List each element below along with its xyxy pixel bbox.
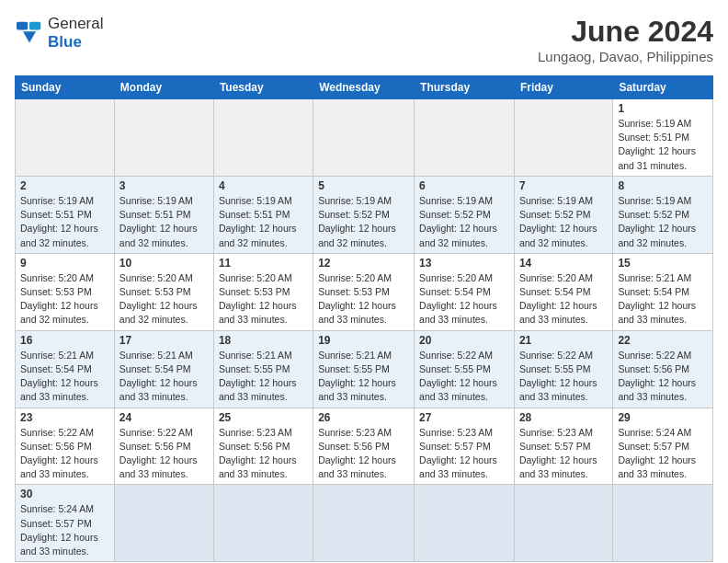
day-info: Sunrise: 5:22 AM Sunset: 5:56 PM Dayligh…	[618, 349, 708, 405]
calendar-day-cell	[613, 485, 713, 562]
calendar-day-cell: 24Sunrise: 5:22 AM Sunset: 5:56 PM Dayli…	[114, 408, 213, 485]
day-info: Sunrise: 5:21 AM Sunset: 5:54 PM Dayligh…	[20, 349, 109, 405]
day-number: 24	[119, 411, 209, 424]
calendar-subtitle: Lungaog, Davao, Philippines	[538, 49, 713, 64]
calendar-day-cell	[514, 485, 612, 562]
calendar-day-cell: 10Sunrise: 5:20 AM Sunset: 5:53 PM Dayli…	[114, 253, 213, 330]
day-info: Sunrise: 5:24 AM Sunset: 5:57 PM Dayligh…	[20, 502, 109, 558]
day-number: 20	[419, 334, 509, 347]
calendar-week-row: 1Sunrise: 5:19 AM Sunset: 5:51 PM Daylig…	[16, 99, 713, 177]
calendar-day-cell: 26Sunrise: 5:23 AM Sunset: 5:56 PM Dayli…	[313, 408, 415, 485]
header-row: SundayMondayTuesdayWednesdayThursdayFrid…	[16, 76, 713, 99]
calendar-day-cell	[114, 99, 213, 177]
day-info: Sunrise: 5:19 AM Sunset: 5:52 PM Dayligh…	[318, 194, 409, 250]
calendar-day-cell	[514, 99, 612, 177]
day-info: Sunrise: 5:22 AM Sunset: 5:55 PM Dayligh…	[519, 349, 608, 405]
weekday-header: Wednesday	[313, 76, 415, 99]
day-info: Sunrise: 5:22 AM Sunset: 5:56 PM Dayligh…	[119, 426, 209, 482]
calendar-day-cell: 23Sunrise: 5:22 AM Sunset: 5:56 PM Dayli…	[16, 408, 115, 485]
page-header: General Blue June 2024 Lungaog, Davao, P…	[15, 15, 713, 64]
day-info: Sunrise: 5:19 AM Sunset: 5:51 PM Dayligh…	[20, 194, 109, 250]
weekday-header: Tuesday	[213, 76, 313, 99]
calendar-day-cell	[16, 99, 115, 177]
day-number: 25	[219, 411, 308, 424]
day-number: 9	[20, 257, 109, 270]
day-info: Sunrise: 5:22 AM Sunset: 5:56 PM Dayligh…	[20, 426, 109, 482]
day-number: 11	[219, 257, 308, 270]
calendar-day-cell	[213, 485, 313, 562]
day-info: Sunrise: 5:19 AM Sunset: 5:52 PM Dayligh…	[519, 194, 608, 250]
day-number: 15	[618, 257, 708, 270]
day-info: Sunrise: 5:20 AM Sunset: 5:54 PM Dayligh…	[519, 271, 608, 327]
weekday-header: Saturday	[613, 76, 713, 99]
day-number: 8	[618, 179, 708, 192]
calendar-day-cell: 1Sunrise: 5:19 AM Sunset: 5:51 PM Daylig…	[613, 99, 713, 177]
day-info: Sunrise: 5:24 AM Sunset: 5:57 PM Dayligh…	[618, 426, 708, 482]
day-number: 29	[618, 411, 708, 424]
day-info: Sunrise: 5:21 AM Sunset: 5:54 PM Dayligh…	[119, 349, 209, 405]
calendar-day-cell: 12Sunrise: 5:20 AM Sunset: 5:53 PM Dayli…	[313, 253, 415, 330]
day-number: 6	[419, 179, 509, 192]
day-number: 26	[318, 411, 409, 424]
logo-text: General Blue	[48, 15, 103, 52]
calendar-day-cell	[313, 99, 415, 177]
day-info: Sunrise: 5:19 AM Sunset: 5:51 PM Dayligh…	[219, 194, 308, 250]
calendar-day-cell: 27Sunrise: 5:23 AM Sunset: 5:57 PM Dayli…	[415, 408, 515, 485]
day-number: 21	[519, 334, 608, 347]
day-number: 12	[318, 257, 409, 270]
day-info: Sunrise: 5:20 AM Sunset: 5:53 PM Dayligh…	[119, 271, 209, 327]
calendar-day-cell: 2Sunrise: 5:19 AM Sunset: 5:51 PM Daylig…	[16, 176, 115, 253]
day-info: Sunrise: 5:20 AM Sunset: 5:53 PM Dayligh…	[219, 271, 308, 327]
day-number: 23	[20, 411, 109, 424]
title-area: June 2024 Lungaog, Davao, Philippines	[538, 15, 713, 64]
calendar-day-cell: 4Sunrise: 5:19 AM Sunset: 5:51 PM Daylig…	[213, 176, 313, 253]
day-number: 5	[318, 179, 409, 192]
calendar-day-cell: 5Sunrise: 5:19 AM Sunset: 5:52 PM Daylig…	[313, 176, 415, 253]
calendar-day-cell: 18Sunrise: 5:21 AM Sunset: 5:55 PM Dayli…	[213, 330, 313, 408]
calendar-week-row: 9Sunrise: 5:20 AM Sunset: 5:53 PM Daylig…	[16, 253, 713, 330]
day-number: 2	[20, 179, 109, 192]
calendar-day-cell: 25Sunrise: 5:23 AM Sunset: 5:56 PM Dayli…	[213, 408, 313, 485]
day-number: 19	[318, 334, 409, 347]
calendar-day-cell: 13Sunrise: 5:20 AM Sunset: 5:54 PM Dayli…	[415, 253, 515, 330]
calendar-day-cell	[114, 485, 213, 562]
day-number: 14	[519, 257, 608, 270]
calendar-day-cell	[415, 485, 515, 562]
svg-rect-0	[17, 22, 28, 30]
calendar-day-cell: 17Sunrise: 5:21 AM Sunset: 5:54 PM Dayli…	[114, 330, 213, 408]
calendar-day-cell: 20Sunrise: 5:22 AM Sunset: 5:55 PM Dayli…	[415, 330, 515, 408]
day-info: Sunrise: 5:19 AM Sunset: 5:52 PM Dayligh…	[419, 194, 509, 250]
calendar-table: SundayMondayTuesdayWednesdayThursdayFrid…	[15, 75, 713, 562]
weekday-header: Friday	[514, 76, 612, 99]
calendar-day-cell: 28Sunrise: 5:23 AM Sunset: 5:57 PM Dayli…	[514, 408, 612, 485]
day-number: 28	[519, 411, 608, 424]
calendar-day-cell: 29Sunrise: 5:24 AM Sunset: 5:57 PM Dayli…	[613, 408, 713, 485]
svg-rect-1	[29, 22, 40, 30]
weekday-header: Thursday	[415, 76, 515, 99]
day-number: 10	[119, 257, 209, 270]
day-info: Sunrise: 5:20 AM Sunset: 5:53 PM Dayligh…	[20, 271, 109, 327]
calendar-day-cell: 16Sunrise: 5:21 AM Sunset: 5:54 PM Dayli…	[16, 330, 115, 408]
calendar-week-row: 23Sunrise: 5:22 AM Sunset: 5:56 PM Dayli…	[16, 408, 713, 485]
day-info: Sunrise: 5:20 AM Sunset: 5:54 PM Dayligh…	[419, 271, 509, 327]
calendar-week-row: 16Sunrise: 5:21 AM Sunset: 5:54 PM Dayli…	[16, 330, 713, 408]
day-info: Sunrise: 5:20 AM Sunset: 5:53 PM Dayligh…	[318, 271, 409, 327]
day-info: Sunrise: 5:23 AM Sunset: 5:56 PM Dayligh…	[219, 426, 308, 482]
day-number: 17	[119, 334, 209, 347]
calendar-day-cell: 11Sunrise: 5:20 AM Sunset: 5:53 PM Dayli…	[213, 253, 313, 330]
calendar-day-cell: 30Sunrise: 5:24 AM Sunset: 5:57 PM Dayli…	[16, 485, 115, 562]
calendar-day-cell: 8Sunrise: 5:19 AM Sunset: 5:52 PM Daylig…	[613, 176, 713, 253]
day-number: 4	[219, 179, 308, 192]
weekday-header: Sunday	[16, 76, 115, 99]
day-number: 7	[519, 179, 608, 192]
day-info: Sunrise: 5:19 AM Sunset: 5:52 PM Dayligh…	[618, 194, 708, 250]
calendar-day-cell	[415, 99, 515, 177]
day-info: Sunrise: 5:21 AM Sunset: 5:54 PM Dayligh…	[618, 271, 708, 327]
day-info: Sunrise: 5:23 AM Sunset: 5:57 PM Dayligh…	[419, 426, 509, 482]
calendar-day-cell: 19Sunrise: 5:21 AM Sunset: 5:55 PM Dayli…	[313, 330, 415, 408]
calendar-day-cell: 14Sunrise: 5:20 AM Sunset: 5:54 PM Dayli…	[514, 253, 612, 330]
calendar-title: June 2024	[538, 15, 713, 49]
calendar-day-cell: 21Sunrise: 5:22 AM Sunset: 5:55 PM Dayli…	[514, 330, 612, 408]
logo-icon	[15, 20, 44, 46]
svg-marker-2	[23, 32, 36, 43]
